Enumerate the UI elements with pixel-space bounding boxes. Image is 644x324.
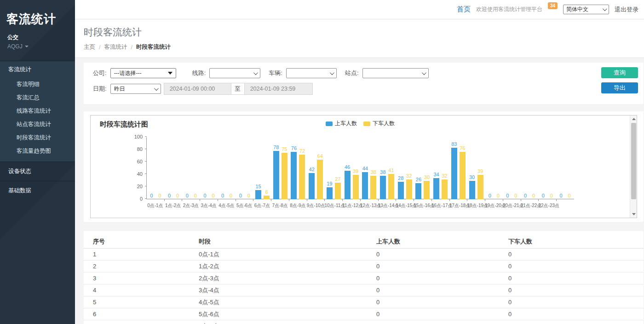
query-button[interactable]: 查询 bbox=[601, 67, 638, 78]
date-end-input[interactable]: 2024-01-09 23:59 bbox=[244, 83, 313, 95]
bar-下车人数[interactable] bbox=[335, 183, 341, 199]
breadcrumb-item[interactable]: 主页 bbox=[84, 43, 95, 51]
bar-上车人数[interactable] bbox=[380, 176, 386, 199]
bar-下车人数[interactable] bbox=[353, 175, 359, 199]
y-axis-tick-label: 0 bbox=[140, 196, 143, 202]
bar-上车人数[interactable] bbox=[415, 183, 421, 199]
sidebar-item-站点客流统计[interactable]: 站点客流统计 bbox=[0, 118, 75, 131]
chevron-down-icon bbox=[421, 70, 426, 75]
sidebar-item-时段客流统计[interactable]: 时段客流统计 bbox=[0, 131, 75, 145]
bar-上车人数[interactable] bbox=[451, 148, 457, 199]
x-axis-label: 10点-11点 bbox=[325, 202, 343, 209]
bar-value-label: 0 bbox=[568, 193, 570, 198]
bar-column: 30 bbox=[424, 137, 430, 199]
bar-chart-plot: 0204060801000000000000001567875767242641… bbox=[146, 137, 574, 199]
breadcrumb-item[interactable]: 客流统计 bbox=[104, 43, 127, 51]
bar-value-label: 0 bbox=[550, 193, 553, 198]
bar-下车人数[interactable] bbox=[264, 196, 270, 199]
table-cell: 1点-2点 bbox=[199, 262, 376, 271]
export-button[interactable]: 导出 bbox=[601, 82, 638, 93]
table-header-cell: 时段 bbox=[199, 237, 376, 246]
page-title: 时段客流统计 bbox=[84, 26, 644, 39]
date-start-input[interactable]: 2024-01-09 00:00 bbox=[164, 83, 231, 95]
legend-label: 下车人数 bbox=[373, 120, 395, 127]
bar-下车人数[interactable] bbox=[460, 152, 466, 199]
bar-上车人数[interactable] bbox=[273, 151, 279, 199]
date-preset-select[interactable]: 昨日 bbox=[110, 84, 161, 94]
bar-下车人数[interactable] bbox=[424, 181, 430, 200]
sidebar-group-header[interactable]: 客流统计 bbox=[0, 61, 75, 78]
page-head: 时段客流统计 主页/客流统计/时段客流统计 bbox=[75, 19, 644, 58]
bar-下车人数[interactable] bbox=[299, 155, 305, 199]
bar-上车人数[interactable] bbox=[309, 173, 315, 199]
legend-item-上车人数[interactable]: 上车人数 bbox=[326, 120, 357, 127]
x-axis-label: 20点-21点 bbox=[503, 202, 521, 209]
bar-column: 41 bbox=[388, 137, 394, 199]
logout-link[interactable]: 退出登录 bbox=[615, 6, 638, 14]
bar-value-label: 46 bbox=[345, 165, 350, 170]
table-row: 54点-5点00 bbox=[84, 296, 644, 308]
chevron-down-icon bbox=[253, 70, 258, 75]
home-link[interactable]: 首页 bbox=[457, 5, 471, 14]
bar-上车人数[interactable] bbox=[291, 152, 297, 199]
bar-下车人数[interactable] bbox=[477, 175, 483, 199]
x-axis-label: 9点-10点 bbox=[307, 202, 325, 209]
bar-group-3点-4点: 00 bbox=[200, 137, 218, 199]
bar-value-label: 72 bbox=[299, 149, 305, 154]
table-cell: 6点-7点 bbox=[199, 322, 376, 324]
line-select[interactable] bbox=[209, 68, 260, 78]
bar-value-label: 0 bbox=[186, 193, 189, 198]
bar-下车人数[interactable] bbox=[282, 153, 288, 199]
x-axis-label: 16点-17点 bbox=[431, 202, 449, 209]
chart-vertical-scrollbar[interactable] bbox=[630, 116, 637, 218]
sidebar-item-设备状态[interactable]: 设备状态 bbox=[0, 162, 75, 181]
x-axis-label: 3点-4点 bbox=[200, 202, 218, 209]
y-axis-tick-label: 80 bbox=[137, 146, 143, 152]
bar-group-11点-12点: 4639 bbox=[343, 137, 361, 199]
sidebar-item-基础数据[interactable]: 基础数据 bbox=[0, 181, 75, 200]
table-cell: 4 bbox=[93, 287, 199, 294]
bar-上车人数[interactable] bbox=[398, 182, 404, 199]
org-switcher[interactable]: AQGJ bbox=[7, 43, 75, 50]
x-axis-label: 1点-2点 bbox=[164, 202, 182, 209]
scroll-up-arrow-icon[interactable] bbox=[630, 116, 637, 122]
station-select[interactable] bbox=[362, 68, 429, 78]
bar-上车人数[interactable] bbox=[433, 178, 439, 199]
bar-上车人数[interactable] bbox=[345, 171, 351, 199]
company-select[interactable]: ---请选择--- bbox=[110, 68, 176, 78]
scrollbar-thumb[interactable] bbox=[631, 123, 636, 199]
breadcrumb-item: 时段客流统计 bbox=[136, 43, 171, 51]
bar-下车人数[interactable] bbox=[370, 176, 376, 199]
sidebar-item-客流量趋势图[interactable]: 客流量趋势图 bbox=[0, 145, 75, 158]
bar-上车人数[interactable] bbox=[327, 187, 333, 199]
bar-value-label: 83 bbox=[451, 142, 457, 147]
table-cell: 2点-3点 bbox=[199, 274, 376, 283]
sidebar: 客流统计 公交 AQGJ 客流统计客流明细客流汇总线路客流统计站点客流统计时段客… bbox=[0, 0, 75, 324]
bar-column: 26 bbox=[415, 137, 421, 199]
bar-下车人数[interactable] bbox=[406, 179, 412, 199]
bar-value-label: 0 bbox=[194, 193, 197, 198]
bar-上车人数[interactable] bbox=[255, 190, 261, 199]
sidebar-item-线路客流统计[interactable]: 线路客流统计 bbox=[0, 104, 75, 118]
table-cell: 4点-5点 bbox=[199, 298, 376, 307]
bar-上车人数[interactable] bbox=[362, 172, 368, 199]
scroll-down-arrow-icon[interactable] bbox=[630, 211, 637, 218]
date-preset-value: 昨日 bbox=[114, 85, 125, 93]
vehicle-select[interactable] bbox=[286, 68, 337, 78]
table-row: 76点-7点156 bbox=[84, 320, 644, 324]
breadcrumb-separator: / bbox=[99, 44, 100, 51]
language-select[interactable]: 简体中文 bbox=[563, 5, 609, 14]
sidebar-item-客流汇总[interactable]: 客流汇总 bbox=[0, 91, 75, 104]
bar-value-label: 0 bbox=[150, 193, 153, 198]
bar-下车人数[interactable] bbox=[442, 179, 448, 199]
bar-column: 76 bbox=[291, 137, 297, 199]
x-axis-label: 21点-22点 bbox=[521, 202, 539, 209]
bar-下车人数[interactable] bbox=[317, 160, 323, 199]
sidebar-item-客流明细[interactable]: 客流明细 bbox=[0, 78, 75, 91]
bar-上车人数[interactable] bbox=[469, 181, 475, 200]
bar-下车人数[interactable] bbox=[388, 174, 394, 199]
table-header-row: 序号时段上车人数下车人数 bbox=[84, 235, 644, 249]
bar-column: 39 bbox=[353, 137, 359, 199]
legend-item-下车人数[interactable]: 下车人数 bbox=[363, 120, 395, 127]
bar-column: 0 bbox=[210, 137, 216, 199]
